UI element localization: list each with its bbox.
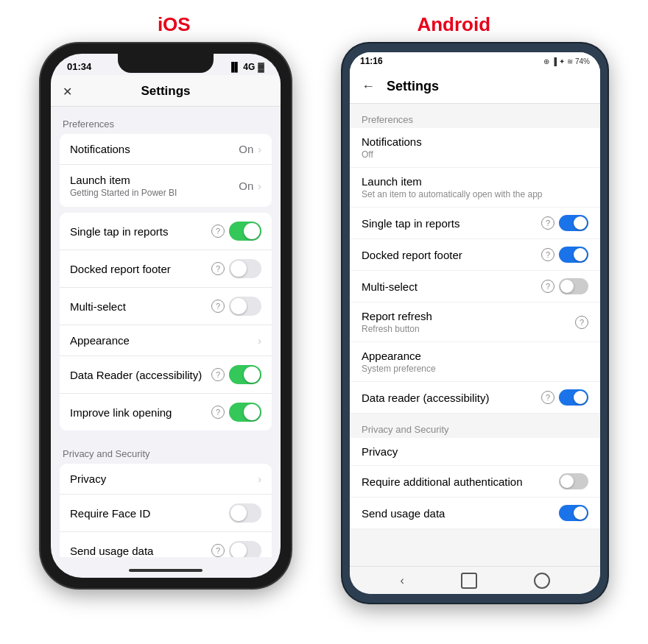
android-report-refresh-help-icon[interactable]: ? [575,316,588,329]
android-status-bar: 11:16 ⊕ ▐ ✦ ≋ 74% [350,52,600,70]
ios-signal: ▐▌ 4G [228,62,255,72]
ios-launch-item-left: Launch item Getting Started in Power BI [70,174,177,198]
ios-improve-link-help-icon[interactable]: ? [211,406,225,419]
android-send-usage-right [559,505,588,521]
ios-row-notifications[interactable]: Notifications On › [60,134,272,165]
ios-face-id-toggle[interactable] [229,503,261,523]
ios-privacy-chevron-icon: › [258,473,261,485]
ios-close-button[interactable]: ✕ [63,85,72,99]
android-battery: 74% [575,57,590,66]
ios-send-usage-label: Send usage data [70,545,153,557]
ios-row-appearance[interactable]: Appearance › [60,325,272,356]
ios-data-reader-help-icon[interactable]: ? [211,368,225,381]
android-notifications-subtitle: Off [362,149,588,160]
android-nav-home-icon[interactable] [461,573,477,589]
android-data-reader-label: Data reader (accessibility) [362,392,541,404]
android-docked-footer-left: Docked report footer [362,249,541,261]
ios-docked-footer-toggle[interactable] [229,259,261,278]
android-row-notifications[interactable]: Notifications Off [350,128,600,168]
android-row-send-usage[interactable]: Send usage data [350,498,600,529]
ios-row-send-usage[interactable]: Send usage data ? [60,532,272,557]
ios-send-usage-right: ? [211,541,261,557]
ios-launch-item-value: On [239,180,253,192]
ios-privacy-list: Privacy › Require Face ID [60,464,272,557]
android-launch-item-label: Launch item [362,175,588,188]
ios-data-reader-toggle[interactable] [229,365,261,384]
android-data-reader-help-icon[interactable]: ? [541,391,554,404]
ios-send-usage-toggle[interactable] [229,541,261,557]
ios-multi-select-help-icon[interactable]: ? [211,300,225,313]
android-row-multi-select[interactable]: Multi-select ? [350,271,600,302]
android-nav-recent-icon[interactable] [534,573,550,589]
ios-row-face-id[interactable]: Require Face ID [60,495,272,532]
ios-single-tap-right: ? [211,222,261,241]
ios-appearance-right: › [258,335,261,347]
android-report-refresh-label: Report refresh [362,310,575,322]
ios-docked-footer-help-icon[interactable]: ? [211,262,225,275]
ios-single-tap-help-icon[interactable]: ? [211,224,225,238]
ios-privacy-right: › [258,473,261,485]
android-back-button[interactable]: ← [362,79,375,94]
android-row-data-reader[interactable]: Data reader (accessibility) ? [350,382,600,414]
android-privacy-left: Privacy [362,445,588,458]
android-multi-select-right: ? [541,278,588,294]
android-require-auth-right [559,473,588,489]
android-require-auth-label: Require additional authentication [362,475,559,488]
ios-launch-item-subtitle: Getting Started in Power BI [70,188,177,198]
ios-face-id-left: Require Face ID [70,507,150,520]
ios-row-launch-item[interactable]: Launch item Getting Started in Power BI … [60,165,272,207]
android-app-header: ← Settings [350,70,600,104]
android-single-tap-help-icon[interactable]: ? [541,216,554,230]
android-content[interactable]: Preferences Notifications Off Launch ite… [350,104,600,587]
android-multi-select-help-icon[interactable]: ? [541,280,554,293]
ios-home-indicator [129,569,202,572]
ios-row-single-tap[interactable]: Single tap in reports ? [60,213,272,250]
ios-status-right: ▐▌ 4G ▓ [228,62,264,72]
android-row-require-auth[interactable]: Require additional authentication [350,466,600,498]
ios-row-privacy[interactable]: Privacy › [60,464,272,495]
ios-single-tap-toggle[interactable] [229,222,261,241]
ios-send-usage-left: Send usage data [70,545,153,557]
ios-toggles-list: Single tap in reports ? Docked report fo… [60,213,272,431]
ios-data-reader-left: Data Reader (accessibility) [70,369,202,381]
android-row-report-refresh[interactable]: Report refresh Refresh button ? [350,302,600,342]
android-send-usage-toggle[interactable] [559,505,588,521]
ios-appearance-left: Appearance [70,334,130,347]
ios-single-tap-label: Single tap in reports [70,225,168,238]
android-single-tap-toggle[interactable] [559,215,588,231]
ios-row-data-reader[interactable]: Data Reader (accessibility) ? [60,356,272,394]
ios-row-multi-select[interactable]: Multi-select ? [60,288,272,325]
android-row-appearance[interactable]: Appearance System preference [350,342,600,382]
android-row-single-tap[interactable]: Single tap in reports ? [350,208,600,239]
android-docked-footer-toggle[interactable] [559,247,588,263]
ios-docked-footer-label: Docked report footer [70,263,171,275]
title-row: iOS Android [0,0,648,43]
android-appearance-label: Appearance [362,350,588,362]
android-multi-select-toggle[interactable] [559,278,588,294]
android-section-preferences: Preferences [350,104,600,128]
android-launch-item-subtitle: Set an item to automatically open with t… [362,189,588,199]
ios-multi-select-right: ? [211,297,261,316]
android-row-privacy[interactable]: Privacy [350,438,600,466]
ios-single-tap-left: Single tap in reports [70,225,168,238]
android-status-icons: ⊕ ▐ ✦ ≋ 74% [543,57,590,66]
android-data-reader-toggle[interactable] [559,389,588,406]
ios-row-docked-footer[interactable]: Docked report footer ? [60,250,272,288]
android-docked-footer-label: Docked report footer [362,249,541,261]
android-docked-footer-help-icon[interactable]: ? [541,248,554,261]
android-screen: 11:16 ⊕ ▐ ✦ ≋ 74% ← Settings Preferences [350,52,600,594]
ios-content[interactable]: Preferences Notifications On › Launch [51,107,281,557]
android-require-auth-toggle[interactable] [559,473,588,489]
android-row-launch-item[interactable]: Launch item Set an item to automatically… [350,168,600,208]
android-single-tap-left: Single tap in reports [362,217,541,230]
ios-improve-link-toggle[interactable] [229,403,261,422]
android-nav-back-icon[interactable]: ‹ [400,574,404,587]
ios-multi-select-toggle[interactable] [229,297,261,316]
ios-screen: 01:34 ▐▌ 4G ▓ ✕ Settings Preferences Not [51,54,281,578]
ios-row-improve-link[interactable]: Improve link opening ? [60,394,272,431]
android-row-docked-footer[interactable]: Docked report footer ? [350,239,600,271]
android-notifications-left: Notifications Off [362,135,588,160]
android-section-privacy: Privacy and Security [350,414,600,438]
ios-send-usage-help-icon[interactable]: ? [211,544,225,557]
ios-appearance-label: Appearance [70,334,130,347]
